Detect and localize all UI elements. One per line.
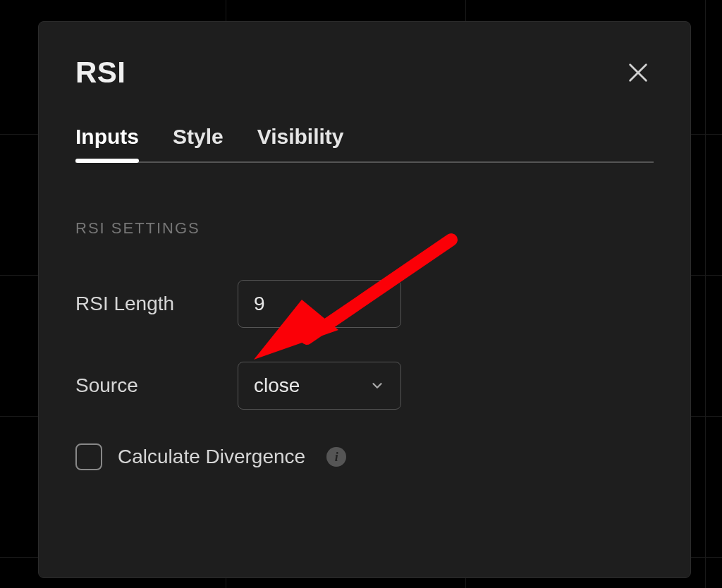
section-label: RSI SETTINGS	[75, 219, 654, 238]
rsi-settings-dialog: RSI Inputs Style Visibility RSI SETTINGS…	[38, 21, 691, 578]
close-icon	[626, 61, 650, 85]
source-select[interactable]: close	[238, 362, 401, 410]
source-label: Source	[75, 374, 238, 397]
rsi-length-row: RSI Length 9	[75, 280, 654, 328]
tab-inputs[interactable]: Inputs	[75, 125, 139, 161]
rsi-length-input[interactable]: 9	[238, 280, 401, 328]
dialog-header: RSI	[75, 56, 654, 90]
tab-style[interactable]: Style	[173, 125, 224, 161]
tab-visibility[interactable]: Visibility	[257, 125, 344, 161]
tabs: Inputs Style Visibility	[75, 125, 654, 163]
source-value: close	[254, 374, 300, 397]
dialog-title: RSI	[75, 56, 126, 90]
calc-divergence-checkbox[interactable]	[75, 443, 102, 470]
close-button[interactable]	[623, 57, 654, 88]
info-icon[interactable]: i	[326, 447, 346, 467]
calc-divergence-row: Calculate Divergence i	[75, 443, 654, 470]
rsi-length-value: 9	[254, 293, 265, 315]
rsi-length-label: RSI Length	[75, 293, 238, 315]
source-row: Source close	[75, 362, 654, 410]
calc-divergence-label: Calculate Divergence	[118, 446, 305, 468]
chevron-down-icon	[369, 378, 385, 393]
